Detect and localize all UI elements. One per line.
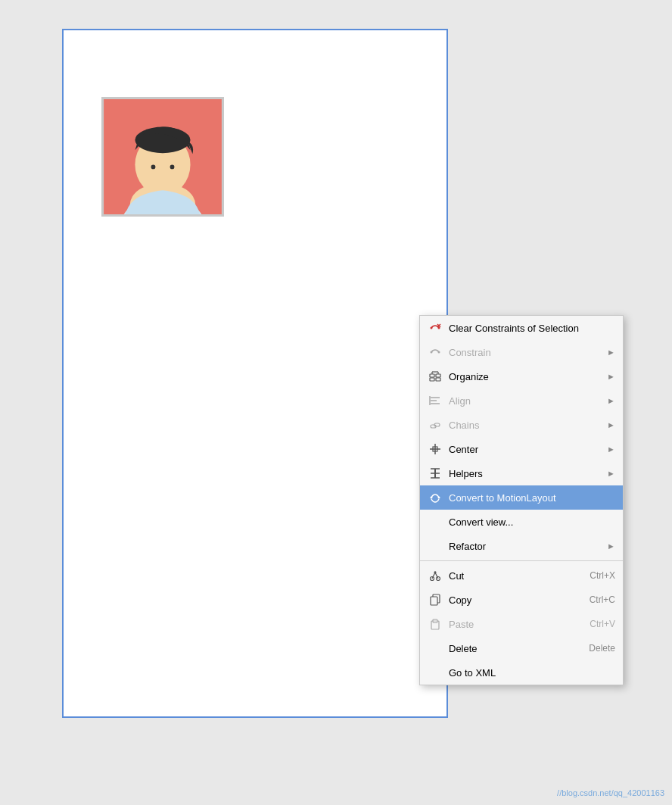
svg-rect-42 (433, 619, 437, 622)
convert-motion-icon (428, 490, 443, 505)
organize-arrow: ► (607, 372, 615, 381)
svg-rect-13 (430, 374, 434, 377)
menu-label-chains: Chains (449, 420, 603, 431)
menu-label-organize: Organize (449, 371, 603, 382)
menu-label-helpers: Helpers (449, 468, 603, 479)
center-arrow: ► (607, 445, 615, 454)
helpers-icon (428, 466, 443, 481)
svg-rect-40 (431, 597, 437, 605)
menu-item-constrain[interactable]: Constrain ► (420, 340, 623, 364)
watermark: //blog.csdn.net/qq_42001163 (557, 788, 664, 797)
paste-shortcut: Ctrl+V (590, 619, 615, 629)
go-to-xml-icon (428, 665, 443, 680)
menu-item-organize[interactable]: Organize ► (420, 364, 623, 388)
constrain-icon (428, 345, 443, 360)
menu-label-align: Align (449, 395, 603, 407)
menu-item-convert-motionlayout[interactable]: Convert to MotionLayout (420, 485, 623, 510)
menu-item-delete[interactable]: Delete Delete (420, 636, 623, 660)
constrain-arrow: ► (607, 348, 615, 357)
svg-point-6 (170, 165, 175, 170)
menu-label-convert-motionlayout: Convert to MotionLayout (449, 492, 615, 504)
align-arrow: ► (607, 396, 615, 405)
svg-rect-15 (430, 378, 434, 381)
svg-point-33 (438, 497, 440, 499)
menu-label-copy: Copy (449, 594, 582, 606)
menu-label-refactor: Refactor (449, 541, 603, 552)
menu-label-center: Center (449, 444, 603, 455)
menu-item-refactor[interactable]: Refactor ► (420, 534, 623, 558)
center-icon (428, 442, 443, 457)
delete-shortcut: Delete (589, 643, 615, 654)
svg-rect-16 (436, 378, 440, 381)
menu-item-clear-constraints[interactable]: Clear Constraints of Selection (420, 316, 623, 340)
svg-rect-14 (436, 374, 440, 377)
menu-item-align[interactable]: Align ► (420, 388, 623, 413)
copy-icon (428, 592, 443, 607)
menu-item-go-to-xml[interactable]: Go to XML (420, 660, 623, 685)
menu-label-go-to-xml: Go to XML (449, 667, 615, 679)
refactor-icon (428, 538, 443, 554)
svg-point-7 (431, 327, 433, 329)
svg-point-11 (431, 351, 433, 354)
menu-item-helpers[interactable]: Helpers ► (420, 461, 623, 485)
helpers-arrow: ► (607, 469, 615, 478)
menu-item-paste[interactable]: Paste Ctrl+V (420, 612, 623, 636)
convert-view-icon (428, 514, 443, 529)
delete-icon (428, 641, 443, 656)
chains-arrow: ► (607, 420, 615, 429)
menu-label-cut: Cut (449, 570, 582, 582)
svg-point-12 (438, 351, 440, 354)
clear-constraints-icon (428, 320, 443, 335)
menu-label-delete: Delete (449, 643, 581, 654)
menu-label-paste: Paste (449, 619, 582, 630)
menu-item-chains[interactable]: Chains ► (420, 413, 623, 437)
align-icon (428, 393, 443, 408)
svg-point-32 (431, 497, 433, 499)
chains-icon (428, 417, 443, 432)
copy-shortcut: Ctrl+C (590, 594, 615, 605)
menu-label-constrain: Constrain (449, 347, 603, 358)
canvas-area (62, 29, 448, 718)
menu-item-center[interactable]: Center ► (420, 437, 623, 461)
menu-separator-1 (420, 560, 623, 561)
refactor-arrow: ► (607, 541, 615, 551)
menu-item-copy[interactable]: Copy Ctrl+C (420, 588, 623, 612)
svg-point-5 (151, 165, 156, 170)
avatar-image (101, 97, 224, 217)
organize-icon (428, 369, 443, 384)
context-menu: Clear Constraints of Selection Constrain… (419, 315, 624, 685)
menu-label-convert-view: Convert view... (449, 516, 615, 528)
menu-label-clear-constraints: Clear Constraints of Selection (449, 323, 615, 334)
menu-item-convert-view[interactable]: Convert view... (420, 510, 623, 534)
cut-shortcut: Ctrl+X (590, 570, 615, 581)
menu-item-cut[interactable]: Cut Ctrl+X (420, 563, 623, 588)
cut-icon (428, 568, 443, 583)
paste-icon (428, 616, 443, 632)
